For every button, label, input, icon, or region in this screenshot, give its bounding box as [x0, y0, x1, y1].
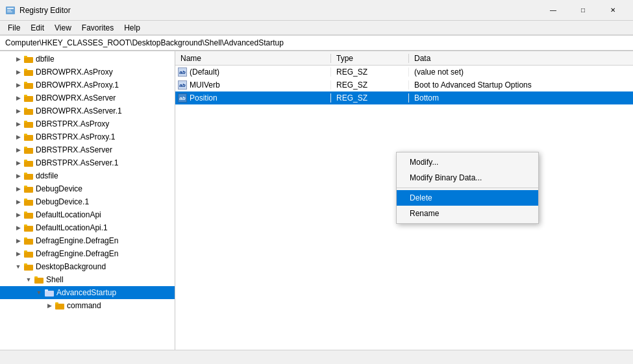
cell-type-muiverb: REG_SZ	[331, 80, 409, 90]
tree-item-ddsfile[interactable]: ▶ ddsfile	[0, 169, 175, 182]
expander-defragengine2[interactable]: ▶	[13, 249, 23, 259]
tree-label-defaultlocationapi1: DefaultLocationApi.1	[36, 223, 108, 232]
tree-label-debugdevice: DebugDevice	[36, 184, 82, 193]
tree-item-dbfile[interactable]: ▶ dbfile	[0, 53, 175, 66]
tree-item-command[interactable]: ▶ command	[0, 299, 175, 312]
expander-command[interactable]: ▶	[44, 300, 55, 311]
close-button[interactable]: ✕	[598, 0, 628, 21]
status-bar	[0, 350, 633, 364]
expander-debugdevice1[interactable]: ▶	[13, 197, 23, 207]
svg-rect-37	[24, 263, 27, 265]
tree-label-dbfile: dbfile	[36, 55, 55, 64]
expander-dbrstprx-asserver[interactable]: ▶	[13, 145, 23, 155]
folder-icon-dbrstprx-asproxy	[23, 119, 34, 129]
tree-item-advancedstartup[interactable]: ▼ AdvancedStartup	[0, 286, 175, 299]
tree-content[interactable]: ▶ dbfile ▶ DBROWPRX.AsProxy ▶	[0, 51, 175, 350]
svg-rect-13	[24, 108, 27, 110]
reg-icon-muiverb: ab	[178, 80, 187, 90]
expander-desktopbackground[interactable]: ▼	[13, 261, 23, 272]
title-bar-controls: — □ ✕	[538, 0, 628, 21]
expander-defaultlocationapi1[interactable]: ▶	[13, 223, 23, 233]
expander-dbrstprx-asproxy1[interactable]: ▶	[13, 132, 23, 142]
expander-dbrstprx-asserver1[interactable]: ▶	[13, 158, 23, 168]
svg-rect-27	[24, 199, 27, 200]
cell-name-position: ab Position	[175, 93, 331, 103]
tree-item-defragengine2[interactable]: ▶ DefragEngine.DefragEn	[0, 247, 175, 260]
window-title: Registry Editor	[19, 6, 71, 15]
context-menu-modify-binary[interactable]: Modify Binary Data...	[397, 170, 538, 186]
context-menu: Modify... Modify Binary Data... Delete R…	[396, 152, 539, 224]
context-menu-delete[interactable]: Delete	[397, 190, 538, 206]
folder-icon-debugdevice1	[23, 197, 34, 207]
tree-item-desktopbackground[interactable]: ▼ DesktopBackground	[0, 260, 175, 273]
expander-shell[interactable]: ▼	[23, 274, 34, 285]
expander-debugdevice[interactable]: ▶	[13, 184, 23, 194]
expander-dbrowprx-asserver1[interactable]: ▶	[13, 106, 23, 116]
svg-rect-39	[34, 276, 38, 278]
folder-icon-dbrstprx-asserver1	[23, 158, 34, 168]
context-menu-rename[interactable]: Rename	[397, 206, 538, 221]
tree-label-ddsfile: ddsfile	[36, 171, 58, 180]
menu-file[interactable]: File	[3, 22, 25, 34]
tree-item-dbrowprx-asserver[interactable]: ▶ DBROWPRX.AsServer	[0, 91, 175, 104]
cell-name-muiverb: ab MUIVerb	[175, 80, 331, 90]
context-menu-modify[interactable]: Modify...	[397, 154, 538, 170]
folder-icon-dbfile	[23, 54, 34, 64]
svg-rect-9	[24, 82, 27, 84]
folder-icon-ddsfile	[23, 171, 34, 181]
tree-item-dbrowprx-asproxy1[interactable]: ▶ DBROWPRX.AsProxy.1	[0, 79, 175, 91]
maximize-button[interactable]: □	[568, 0, 598, 21]
cell-data-default: (value not set)	[409, 67, 633, 77]
tree-item-shell[interactable]: ▼ Shell	[0, 273, 175, 286]
folder-icon-dbrowprx-asserver1	[23, 106, 34, 116]
tree-item-dbrowprx-asproxy[interactable]: ▶ DBROWPRX.AsProxy	[0, 66, 175, 79]
svg-rect-12	[24, 109, 33, 115]
expander-dbfile[interactable]: ▶	[13, 54, 23, 64]
svg-rect-15	[24, 121, 27, 123]
table-row-muiverb[interactable]: ab MUIVerb REG_SZ Boot to Advanced Start…	[175, 79, 633, 91]
cell-type-default: REG_SZ	[331, 67, 409, 77]
tree-item-dbrstprx-asproxy1[interactable]: ▶ DBRSTPRX.AsProxy.1	[0, 130, 175, 143]
svg-rect-25	[24, 186, 27, 188]
expander-advancedstartup[interactable]: ▼	[34, 287, 44, 298]
svg-rect-30	[24, 226, 33, 232]
tree-item-defragengine[interactable]: ▶ DefragEngine.DefragEn	[0, 234, 175, 247]
expander-defaultlocationapi[interactable]: ▶	[13, 210, 23, 220]
minimize-button[interactable]: —	[538, 0, 568, 21]
expander-dbrowprx-asproxy1[interactable]: ▶	[13, 80, 23, 90]
tree-item-dbrstprx-asserver1[interactable]: ▶ DBRSTPRX.AsServer.1	[0, 156, 175, 169]
app-icon	[5, 5, 16, 16]
tree-label-shell: Shell	[46, 275, 64, 284]
cell-name-default: ab (Default)	[175, 67, 331, 77]
menu-favorites[interactable]: Favorites	[77, 22, 119, 34]
tree-panel: ▶ dbfile ▶ DBROWPRX.AsProxy ▶	[0, 51, 175, 350]
menu-view[interactable]: View	[49, 22, 77, 34]
expander-dbrowprx-asserver[interactable]: ▶	[13, 93, 23, 103]
tree-item-dbrowprx-asserver1[interactable]: ▶ DBROWPRX.AsServer.1	[0, 104, 175, 117]
tree-label-dbrowprx-asproxy: DBROWPRX.AsProxy	[36, 67, 113, 77]
menu-edit[interactable]: Edit	[25, 22, 49, 34]
expander-dbrowprx-asproxy[interactable]: ▶	[13, 67, 23, 77]
expander-ddsfile[interactable]: ▶	[13, 171, 23, 181]
svg-rect-29	[24, 212, 27, 213]
tree-item-defaultlocationapi[interactable]: ▶ DefaultLocationApi	[0, 208, 175, 221]
menu-bar: File Edit View Favorites Help	[0, 21, 633, 35]
table-row-position[interactable]: ab Position REG_SZ Bottom	[175, 91, 633, 104]
tree-item-debugdevice[interactable]: ▶ DebugDevice	[0, 182, 175, 195]
folder-icon-command	[55, 300, 65, 311]
tree-item-dbrstprx-asproxy[interactable]: ▶ DBRSTPRX.AsProxy	[0, 117, 175, 130]
tree-label-desktopbackground: DesktopBackground	[36, 262, 106, 271]
tree-item-defaultlocationapi1[interactable]: ▶ DefaultLocationApi.1	[0, 221, 175, 234]
svg-rect-16	[24, 135, 33, 141]
tree-item-debugdevice1[interactable]: ▶ DebugDevice.1	[0, 195, 175, 208]
svg-rect-11	[24, 95, 27, 97]
folder-icon-defaultlocationapi	[23, 210, 34, 220]
main-content: ▶ dbfile ▶ DBROWPRX.AsProxy ▶	[0, 51, 633, 350]
table-row-default[interactable]: ab (Default) REG_SZ (value not set)	[175, 66, 633, 79]
expander-defragengine[interactable]: ▶	[13, 236, 23, 246]
tree-item-dbrstprx-asserver[interactable]: ▶ DBRSTPRX.AsServer	[0, 143, 175, 156]
expander-dbrstprx-asproxy[interactable]: ▶	[13, 119, 23, 129]
svg-rect-7	[24, 69, 27, 71]
menu-help[interactable]: Help	[119, 22, 145, 34]
tree-label-defaultlocationapi: DefaultLocationApi	[36, 210, 101, 219]
